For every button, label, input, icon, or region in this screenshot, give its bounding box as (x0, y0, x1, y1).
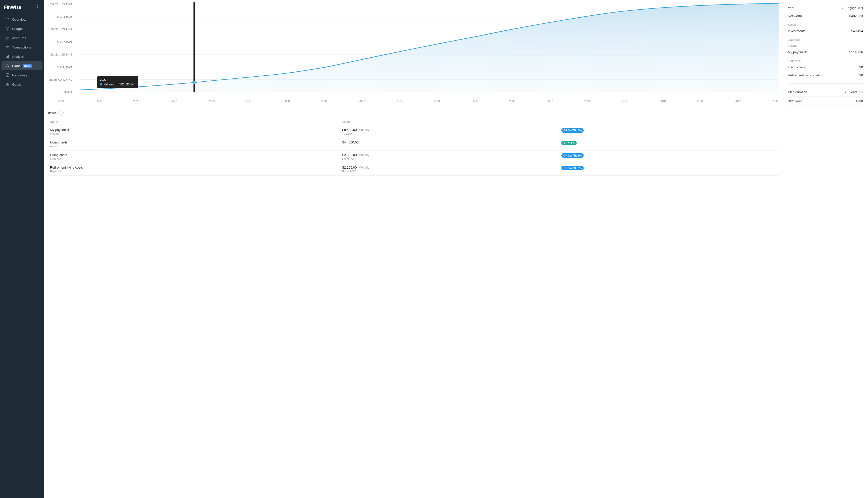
x-label-2041: 2041 (697, 100, 703, 103)
rp-birth-year-value: 1990 (856, 99, 863, 103)
rp-paycheck-value: $114,736 (850, 50, 863, 54)
sidebar-item-accounts[interactable]: Accounts (1, 34, 42, 42)
sidebar-item-label: Plans (12, 64, 21, 68)
sidebar-item-budget[interactable]: Budget (1, 24, 42, 33)
sidebar-item-label: Analyze (12, 55, 24, 58)
sidebar-item-label: Budget (12, 27, 23, 31)
svg-point-9 (7, 84, 8, 85)
item-name-cell: Retirement living costs Expense (48, 163, 340, 175)
sidebar-item-overview[interactable]: Overview (1, 15, 42, 24)
item-value-main: $8,500.00 Monthly (342, 128, 558, 132)
rp-plan-duration-value: 20 Years ⌃⌄ (845, 90, 863, 94)
rp-year-label: Year (788, 6, 794, 10)
item-type: Expense (50, 170, 338, 173)
analyze-icon (5, 54, 10, 58)
sidebar-item-label: Reporting (12, 74, 27, 77)
svg-text:$3M: $3M (56, 15, 72, 18)
x-label-2035: 2035 (472, 100, 478, 103)
budget-icon (5, 27, 10, 31)
x-label-2040: 2040 (659, 100, 666, 103)
table-row: Investments Asset $44,000.00 APY: 4% (48, 138, 778, 150)
items-title: Items (48, 111, 56, 115)
items-section: Items + Name Value My paycheck Income (44, 107, 783, 179)
x-label-2026: 2026 (133, 100, 139, 103)
item-value-cell: $2,100.00 Monthly From 2054 (340, 163, 560, 175)
svg-text:$1M: $1M (56, 66, 72, 69)
item-name: Retirement living costs (50, 166, 338, 169)
sidebar-item-label: Transactions (12, 45, 31, 49)
item-badge: GROWTH: 3% (561, 153, 584, 158)
item-badge-cell: APY: 4% (559, 138, 778, 150)
table-row: Retirement living costs Expense $2,100.0… (48, 163, 778, 175)
svg-text:$500K: $500K (49, 78, 72, 81)
transactions-icon (5, 45, 10, 49)
rp-birth-year-label: Birth year (788, 99, 802, 103)
item-type: Income (50, 132, 338, 135)
rp-net-worth-row: Net worth $482,633 (788, 12, 863, 20)
table-row: Living costs Expense $2,800.00 Monthly F… (48, 150, 778, 163)
item-badge: GROWTH: 4% (561, 128, 584, 133)
x-label-2037: 2037 (547, 100, 553, 103)
x-label-2043: 2043 (772, 100, 778, 103)
x-label-2038: 2038 (585, 100, 590, 103)
x-label-2042: 2042 (735, 100, 741, 103)
sidebar-item-analyze[interactable]: Analyze (1, 52, 42, 61)
rp-plan-duration-label: Plan duration (788, 90, 807, 94)
sidebar-item-label: Goals (12, 83, 21, 87)
add-item-button[interactable]: + (58, 110, 64, 116)
sidebar-item-transactions[interactable]: Transactions (1, 43, 42, 52)
plans-icon (5, 64, 10, 68)
svg-text:$2.5M: $2.5M (50, 28, 72, 31)
item-badge: GROWTH: 3% (561, 166, 584, 170)
right-panel: Year 2027 (age: 37) Net worth $482,633 A… (783, 0, 868, 498)
sidebar-menu-dots[interactable]: ⋮ (36, 4, 40, 10)
net-worth-chart[interactable]: $3.5M $3M $2.5M $2M $1.5M $1M $500K $0 (48, 2, 778, 97)
reporting-icon (5, 73, 10, 77)
svg-rect-2 (6, 38, 7, 39)
item-value-sub: To 2054 (342, 132, 558, 135)
rp-retirement-costs-value: $0 (859, 74, 863, 77)
main-content: $3.5M $3M $2.5M $2M $1.5M $1M $500K $0 (44, 0, 783, 498)
item-name-cell: Investments Asset (48, 138, 340, 150)
item-value-sub: From 2054 (342, 170, 558, 173)
x-label-2033: 2033 (396, 100, 402, 103)
item-value-cell: $2,800.00 Monthly From 2054 (340, 150, 560, 163)
rp-investments-row: Investments $49,494 (788, 27, 863, 35)
rp-living-costs-value: $0 (859, 65, 863, 69)
svg-rect-3 (6, 57, 7, 58)
sidebar-nav: Overview Budget Accounts Transactions (0, 13, 44, 498)
rp-net-worth-value: $482,633 (850, 14, 863, 18)
svg-rect-1 (6, 37, 9, 39)
item-badge-cell: GROWTH: 4% (559, 126, 778, 138)
rp-assets-header: Assets (788, 20, 863, 27)
x-label-2027: 2027 (171, 100, 177, 103)
rp-investments-value: $49,494 (851, 29, 863, 33)
sidebar-item-plans[interactable]: Plans BETA (1, 61, 42, 70)
x-label-2024: 2024 (58, 100, 64, 103)
item-value-main: $44,000.00 (342, 141, 558, 144)
rp-paycheck-row: My paycheck $114,736 (788, 48, 863, 56)
chart-container: $3.5M $3M $2.5M $2M $1.5M $1M $500K $0 (48, 2, 778, 107)
sidebar-item-label: Overview (12, 17, 26, 21)
rp-plan-duration-row[interactable]: Plan duration 20 Years ⌃⌄ (788, 88, 863, 97)
item-value-cell: $8,500.00 Monthly To 2054 (340, 126, 560, 138)
goals-icon (5, 82, 10, 87)
items-header: Items + (48, 110, 778, 116)
sidebar-item-goals[interactable]: Goals (1, 80, 42, 89)
x-label-2028: 2028 (209, 100, 214, 103)
svg-text:$2M: $2M (56, 40, 72, 43)
item-name-cell: My paycheck Income (48, 126, 340, 138)
item-name: Living costs (50, 153, 338, 157)
rp-investments-label: Investments (788, 29, 805, 33)
item-name: Investments (50, 141, 338, 144)
home-icon (5, 17, 10, 21)
sidebar-item-reporting[interactable]: Reporting (1, 70, 42, 80)
col-badge (559, 119, 778, 126)
app-name: FinWise (4, 5, 21, 10)
rp-retirement-costs-row: Retirement living costs $0 (788, 71, 863, 79)
x-label-2030: 2030 (283, 100, 290, 103)
x-label-2029: 2029 (246, 100, 252, 103)
item-badge-cell: GROWTH: 3% (559, 150, 778, 163)
col-value: Value (340, 119, 560, 126)
x-label-2025: 2025 (96, 100, 102, 103)
